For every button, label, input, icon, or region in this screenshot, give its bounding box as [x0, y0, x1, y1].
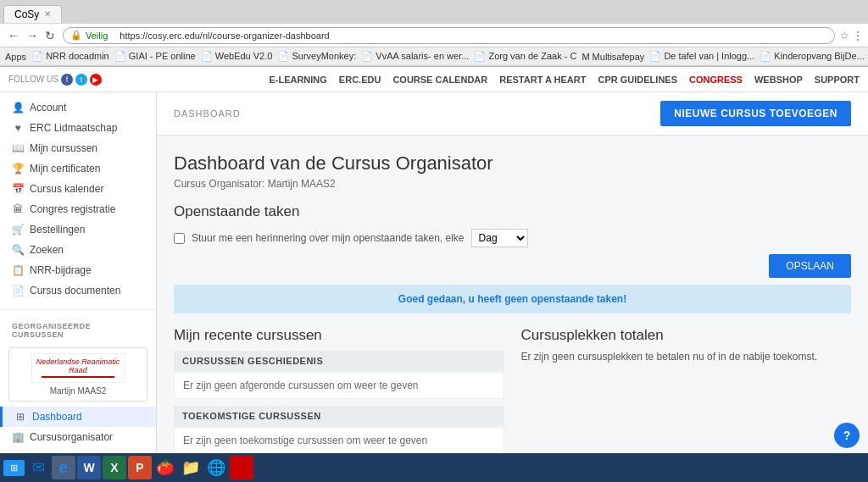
sidebar-kalender-label: Cursus kalender: [30, 183, 103, 195]
bookmark-giai[interactable]: 📄 GIAI - PE online: [114, 51, 196, 62]
org-card: Nederlandse Reanimatic Raad Martijn MAAS…: [8, 347, 147, 402]
bookmarks-bar: Apps 📄 NRR docadmin 📄 GIAI - PE online 📄…: [0, 47, 868, 66]
nav-support[interactable]: SUPPORT: [815, 75, 860, 85]
recent-courses-title: Mijn recente cursussen: [174, 327, 504, 344]
sidebar-item-account[interactable]: 👤 Account: [0, 97, 156, 118]
cart-icon: 🛒: [12, 224, 24, 235]
nav-congress[interactable]: CONGRESS: [689, 75, 743, 85]
heart-icon: ♥: [12, 122, 24, 134]
bookmark-kinder[interactable]: 📄 Kinderopvang BijDe...: [760, 51, 864, 62]
taskbar-chrome-icon[interactable]: 🌐: [204, 456, 228, 479]
browser-tab[interactable]: CoSy ✕: [3, 5, 62, 23]
dashboard-icon: ⊞: [14, 411, 26, 423]
twitter-icon[interactable]: t: [75, 74, 87, 86]
bookmark-vvaa[interactable]: 📄 VvAA salaris- en wer...: [361, 51, 469, 62]
tasks-title: Openstaande taken: [174, 203, 851, 220]
nav-cpr-guidelines[interactable]: CPR GUIDELINES: [598, 75, 677, 85]
nav-course-calendar[interactable]: COURSE CALENDAR: [392, 75, 487, 85]
browser-nav-buttons: ← → ↻: [5, 29, 58, 42]
bookmark-survey[interactable]: 📄 SurveyMonkey:: [277, 51, 356, 62]
taskbar-folder-icon[interactable]: 📁: [179, 456, 203, 479]
sidebar-item-lidmaatschap[interactable]: ♥ ERC Lidmaatschap: [0, 118, 156, 138]
facebook-icon[interactable]: f: [61, 74, 73, 86]
sidebar-cursusorganisator-label: Cursusorganisator: [30, 431, 113, 443]
bookmark-apps[interactable]: Apps: [5, 52, 26, 62]
bookmark-zorg[interactable]: 📄 Zorg van de Zaak - C: [474, 51, 576, 62]
sidebar-documenten-label: Cursus documenten: [30, 285, 120, 296]
day-select[interactable]: Dag: [471, 229, 528, 247]
star-icon[interactable]: ☆: [840, 30, 849, 42]
taskbar-tomato-icon[interactable]: 🍅: [153, 456, 177, 479]
sidebar-congres-label: Congres registratie: [30, 203, 115, 215]
sidebar-item-cursussen[interactable]: 📖 Mijn cursussen: [0, 138, 156, 158]
taskbar-powerpoint-icon[interactable]: P: [128, 456, 152, 479]
bookmark-multi[interactable]: M Multisafepay: [581, 52, 644, 62]
nav-webshop[interactable]: WEBSHOP: [754, 75, 803, 85]
sidebar-item-kalender[interactable]: 📅 Cursus kalender: [0, 179, 156, 199]
sidebar: 👤 Account ♥ ERC Lidmaatschap 📖 Mijn curs…: [0, 92, 157, 482]
search-icon: 🔍: [12, 244, 24, 256]
back-button[interactable]: ←: [5, 29, 22, 42]
nrr-icon: 📋: [12, 264, 24, 276]
sidebar-item-bestellingen[interactable]: 🛒 Bestellingen: [0, 219, 156, 240]
start-button[interactable]: ⊞: [3, 460, 25, 476]
dashboard-label: DASHBOARD: [174, 108, 660, 119]
address-input[interactable]: [111, 29, 827, 42]
totals-empty: Er zijn geen cursusplekken te betalen nu…: [521, 351, 852, 363]
windows-taskbar: ⊞ ✉ e W X P 🍅 📁 🌐: [0, 453, 868, 482]
reminder-checkbox[interactable]: [174, 233, 185, 244]
logo-line1: Nederlandse Reanimatic Raad: [32, 357, 124, 374]
new-course-button[interactable]: NIEUWE CURSUS TOEVOEGEN: [660, 101, 851, 126]
security-icon: 🔒: [70, 30, 82, 41]
tasks-reminder: Stuur me een herinnering over mijn opens…: [174, 229, 851, 247]
youtube-icon[interactable]: ▶: [90, 74, 102, 86]
nav-elearning[interactable]: E-LEARNING: [269, 75, 326, 85]
taskbar-outlook-icon[interactable]: ✉: [26, 456, 50, 479]
reminder-text: Stuur me een herinnering over mijn opens…: [192, 232, 465, 244]
main-content: DASHBOARD NIEUWE CURSUS TOEVOEGEN Dashbo…: [157, 92, 868, 482]
follow-us-section: FOLLOW US f t ▶: [8, 74, 102, 86]
future-empty: Er zijn geen toekomstige cursussen om we…: [174, 427, 504, 454]
taskbar-ie-icon[interactable]: e: [52, 456, 75, 479]
organizer-icon: 🏢: [12, 431, 24, 443]
menu-icon[interactable]: ⋮: [853, 30, 863, 42]
sidebar-dashboard-label: Dashboard: [32, 411, 82, 423]
certificate-icon: 🏆: [12, 163, 24, 175]
org-logo: Nederlandse Reanimatic Raad: [31, 353, 125, 383]
history-header: CURSUSSEN GESCHIEDENIS: [174, 351, 504, 371]
book-icon: 📖: [12, 142, 24, 154]
help-button[interactable]: ?: [834, 423, 860, 448]
sidebar-item-zoeken[interactable]: 🔍 Zoeken: [0, 240, 156, 260]
top-navigation: FOLLOW US f t ▶ E-LEARNING ERC.EDU COURS…: [0, 67, 868, 92]
sidebar-zoeken-label: Zoeken: [30, 244, 64, 256]
browser-action-icons: ☆ ⋮: [840, 30, 863, 42]
recent-courses-col: Mijn recente cursussen CURSUSSEN GESCHIE…: [174, 327, 504, 461]
bookmark-webedu[interactable]: 📄 WebEdu V2.0: [201, 51, 273, 62]
nav-restart-heart[interactable]: RESTART A HEART: [499, 75, 586, 85]
bookmark-tafel[interactable]: 📄 De tafel van | Inlogg...: [649, 51, 754, 62]
taskbar-excel-icon[interactable]: X: [103, 456, 126, 479]
sidebar-item-congres[interactable]: 🏛 Congres registratie: [0, 199, 156, 219]
forward-button[interactable]: →: [24, 29, 41, 42]
sidebar-bestellingen-label: Bestellingen: [30, 224, 85, 235]
sidebar-item-certificaten[interactable]: 🏆 Mijn certificaten: [0, 158, 156, 179]
save-button[interactable]: OPSLAAN: [769, 254, 851, 278]
sidebar-item-documenten[interactable]: 📄 Cursus documenten: [0, 280, 156, 301]
tab-label: CoSy: [14, 8, 39, 20]
sidebar-item-cursusorganisator[interactable]: 🏢 Cursusorganisator: [0, 427, 156, 447]
tasks-success-message: Goed gedaan, u heeft geen openstaande ta…: [174, 285, 851, 313]
reload-button[interactable]: ↻: [42, 29, 58, 42]
page-title: Dashboard van de Cursus Organisator: [174, 152, 851, 175]
sidebar-item-nrr[interactable]: 📋 NRR-bijdrage: [0, 260, 156, 280]
taskbar-word-icon[interactable]: W: [77, 456, 101, 479]
follow-us-label: FOLLOW US: [8, 75, 58, 84]
top-nav-links: E-LEARNING ERC.EDU COURSE CALENDAR RESTA…: [269, 75, 860, 85]
dashboard-body: Dashboard van de Cursus Organisator Curs…: [157, 136, 868, 478]
nav-ercedu[interactable]: ERC.EDU: [339, 75, 381, 85]
bookmark-nrr[interactable]: 📄 NRR docadmin: [31, 51, 109, 62]
taskbar-red-icon[interactable]: [230, 456, 253, 479]
history-empty: Er zijn geen afgeronde cursussen om weer…: [174, 372, 504, 399]
tab-close-icon[interactable]: ✕: [44, 9, 51, 19]
sidebar-item-dashboard[interactable]: ⊞ Dashboard: [0, 407, 156, 427]
org-name: Martijn MAAS2: [14, 386, 142, 396]
